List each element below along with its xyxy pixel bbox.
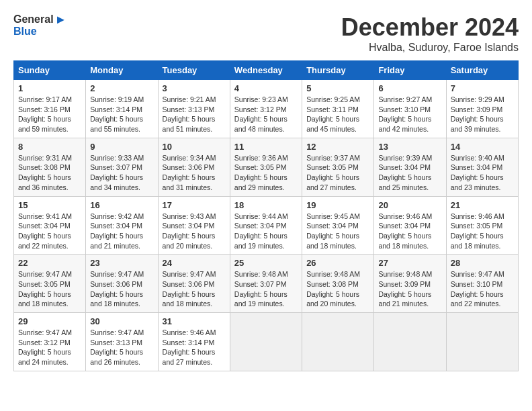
calendar-day-cell: 13 Sunrise: 9:39 AMSunset: 3:04 PMDaylig… <box>374 138 446 196</box>
calendar-day-cell <box>446 313 518 371</box>
weekday-header-monday: Monday <box>86 61 158 80</box>
calendar-day-cell: 26 Sunrise: 9:48 AMSunset: 3:08 PMDaylig… <box>302 255 374 313</box>
day-detail: Sunrise: 9:48 AMSunset: 3:09 PMDaylight:… <box>378 270 432 308</box>
day-detail: Sunrise: 9:40 AMSunset: 3:04 PMDaylight:… <box>451 154 504 191</box>
day-number: 22 <box>18 258 81 268</box>
day-number: 31 <box>163 316 226 326</box>
calendar-day-cell: 7 Sunrise: 9:29 AMSunset: 3:09 PMDayligh… <box>446 80 518 138</box>
calendar-day-cell: 2 Sunrise: 9:19 AMSunset: 3:14 PMDayligh… <box>86 80 158 138</box>
day-number: 16 <box>90 200 153 210</box>
calendar-day-cell: 19 Sunrise: 9:45 AMSunset: 3:04 PMDaylig… <box>302 196 374 255</box>
calendar-day-cell: 29 Sunrise: 9:47 AMSunset: 3:12 PMDaylig… <box>14 313 86 371</box>
calendar-day-cell: 4 Sunrise: 9:23 AMSunset: 3:12 PMDayligh… <box>230 80 302 138</box>
weekday-header-tuesday: Tuesday <box>158 61 230 80</box>
calendar-day-cell: 25 Sunrise: 9:48 AMSunset: 3:07 PMDaylig… <box>230 255 302 313</box>
calendar-day-cell: 22 Sunrise: 9:47 AMSunset: 3:05 PMDaylig… <box>14 255 86 313</box>
day-number: 4 <box>234 83 298 93</box>
page-header: General ► Blue December 2024 Hvalba, Sud… <box>13 13 519 54</box>
logo-general-text: General <box>13 13 54 26</box>
day-number: 8 <box>18 142 81 152</box>
calendar-day-cell: 21 Sunrise: 9:46 AMSunset: 3:05 PMDaylig… <box>446 196 518 255</box>
calendar-day-cell: 9 Sunrise: 9:33 AMSunset: 3:07 PMDayligh… <box>86 138 158 196</box>
weekday-header-sunday: Sunday <box>14 61 86 80</box>
calendar-week-row: 8 Sunrise: 9:31 AMSunset: 3:08 PMDayligh… <box>14 138 519 196</box>
day-detail: Sunrise: 9:34 AMSunset: 3:06 PMDaylight:… <box>163 154 216 191</box>
day-detail: Sunrise: 9:48 AMSunset: 3:08 PMDaylight:… <box>306 270 360 308</box>
calendar-table: SundayMondayTuesdayWednesdayThursdayFrid… <box>13 60 519 371</box>
day-number: 19 <box>306 200 369 210</box>
day-detail: Sunrise: 9:45 AMSunset: 3:04 PMDaylight:… <box>306 212 360 250</box>
calendar-day-cell: 30 Sunrise: 9:47 AMSunset: 3:13 PMDaylig… <box>86 313 158 371</box>
weekday-header-friday: Friday <box>374 61 446 80</box>
calendar-day-cell: 20 Sunrise: 9:46 AMSunset: 3:04 PMDaylig… <box>374 196 446 255</box>
day-number: 1 <box>18 83 81 93</box>
day-detail: Sunrise: 9:27 AMSunset: 3:10 PMDaylight:… <box>378 95 432 133</box>
day-number: 28 <box>451 258 514 268</box>
calendar-day-cell: 16 Sunrise: 9:42 AMSunset: 3:04 PMDaylig… <box>86 196 158 255</box>
weekday-header-saturday: Saturday <box>446 61 518 80</box>
calendar-week-row: 1 Sunrise: 9:17 AMSunset: 3:16 PMDayligh… <box>14 80 519 138</box>
calendar-day-cell: 15 Sunrise: 9:41 AMSunset: 3:04 PMDaylig… <box>14 196 86 255</box>
day-number: 9 <box>90 142 153 152</box>
day-detail: Sunrise: 9:19 AMSunset: 3:14 PMDaylight:… <box>90 95 144 133</box>
day-number: 29 <box>18 316 81 326</box>
day-detail: Sunrise: 9:47 AMSunset: 3:05 PMDaylight:… <box>18 270 72 308</box>
day-detail: Sunrise: 9:33 AMSunset: 3:07 PMDaylight:… <box>90 154 144 191</box>
calendar-day-cell <box>374 313 446 371</box>
day-number: 17 <box>163 200 226 210</box>
day-detail: Sunrise: 9:44 AMSunset: 3:04 PMDaylight:… <box>234 212 288 250</box>
day-number: 23 <box>90 258 153 268</box>
day-number: 10 <box>163 142 226 152</box>
calendar-day-cell: 5 Sunrise: 9:25 AMSunset: 3:11 PMDayligh… <box>302 80 374 138</box>
day-detail: Sunrise: 9:31 AMSunset: 3:08 PMDaylight:… <box>18 154 72 191</box>
day-detail: Sunrise: 9:29 AMSunset: 3:09 PMDaylight:… <box>451 95 504 133</box>
day-number: 24 <box>163 258 226 268</box>
calendar-week-row: 15 Sunrise: 9:41 AMSunset: 3:04 PMDaylig… <box>14 196 519 255</box>
day-detail: Sunrise: 9:17 AMSunset: 3:16 PMDaylight:… <box>18 95 72 133</box>
logo: General ► Blue <box>13 13 66 38</box>
weekday-header-wednesday: Wednesday <box>230 61 302 80</box>
day-number: 18 <box>234 200 298 210</box>
day-number: 20 <box>378 200 441 210</box>
month-title: December 2024 <box>341 13 519 42</box>
calendar-day-cell: 17 Sunrise: 9:43 AMSunset: 3:04 PMDaylig… <box>158 196 230 255</box>
day-detail: Sunrise: 9:46 AMSunset: 3:05 PMDaylight:… <box>451 212 504 250</box>
day-number: 12 <box>306 142 369 152</box>
day-detail: Sunrise: 9:25 AMSunset: 3:11 PMDaylight:… <box>306 95 360 133</box>
day-number: 15 <box>18 200 81 210</box>
day-detail: Sunrise: 9:36 AMSunset: 3:05 PMDaylight:… <box>234 154 288 191</box>
day-detail: Sunrise: 9:47 AMSunset: 3:06 PMDaylight:… <box>90 270 144 308</box>
location-title: Hvalba, Suduroy, Faroe Islands <box>341 42 519 54</box>
day-detail: Sunrise: 9:41 AMSunset: 3:04 PMDaylight:… <box>18 212 72 250</box>
day-detail: Sunrise: 9:48 AMSunset: 3:07 PMDaylight:… <box>234 270 288 308</box>
day-number: 5 <box>306 83 369 93</box>
day-detail: Sunrise: 9:47 AMSunset: 3:13 PMDaylight:… <box>90 328 144 366</box>
day-number: 21 <box>451 200 514 210</box>
day-detail: Sunrise: 9:46 AMSunset: 3:14 PMDaylight:… <box>163 328 216 366</box>
day-number: 11 <box>234 142 298 152</box>
calendar-day-cell: 1 Sunrise: 9:17 AMSunset: 3:16 PMDayligh… <box>14 80 86 138</box>
calendar-day-cell: 31 Sunrise: 9:46 AMSunset: 3:14 PMDaylig… <box>158 313 230 371</box>
day-number: 14 <box>451 142 514 152</box>
calendar-day-cell: 23 Sunrise: 9:47 AMSunset: 3:06 PMDaylig… <box>86 255 158 313</box>
calendar-day-cell <box>302 313 374 371</box>
day-detail: Sunrise: 9:37 AMSunset: 3:05 PMDaylight:… <box>306 154 360 191</box>
day-detail: Sunrise: 9:21 AMSunset: 3:13 PMDaylight:… <box>163 95 216 133</box>
day-number: 2 <box>90 83 153 93</box>
calendar-day-cell <box>230 313 302 371</box>
day-detail: Sunrise: 9:43 AMSunset: 3:04 PMDaylight:… <box>163 212 216 250</box>
calendar-day-cell: 3 Sunrise: 9:21 AMSunset: 3:13 PMDayligh… <box>158 80 230 138</box>
calendar-week-row: 29 Sunrise: 9:47 AMSunset: 3:12 PMDaylig… <box>14 313 519 371</box>
day-detail: Sunrise: 9:46 AMSunset: 3:04 PMDaylight:… <box>378 212 432 250</box>
calendar-day-cell: 18 Sunrise: 9:44 AMSunset: 3:04 PMDaylig… <box>230 196 302 255</box>
calendar-day-cell: 24 Sunrise: 9:47 AMSunset: 3:06 PMDaylig… <box>158 255 230 313</box>
day-number: 13 <box>378 142 441 152</box>
calendar-day-cell: 12 Sunrise: 9:37 AMSunset: 3:05 PMDaylig… <box>302 138 374 196</box>
weekday-header-thursday: Thursday <box>302 61 374 80</box>
logo-blue-text: Blue <box>13 26 37 37</box>
calendar-day-cell: 11 Sunrise: 9:36 AMSunset: 3:05 PMDaylig… <box>230 138 302 196</box>
logo-bird-icon: ► <box>55 13 67 26</box>
day-detail: Sunrise: 9:23 AMSunset: 3:12 PMDaylight:… <box>234 95 288 133</box>
calendar-day-cell: 27 Sunrise: 9:48 AMSunset: 3:09 PMDaylig… <box>374 255 446 313</box>
day-detail: Sunrise: 9:42 AMSunset: 3:04 PMDaylight:… <box>90 212 144 250</box>
